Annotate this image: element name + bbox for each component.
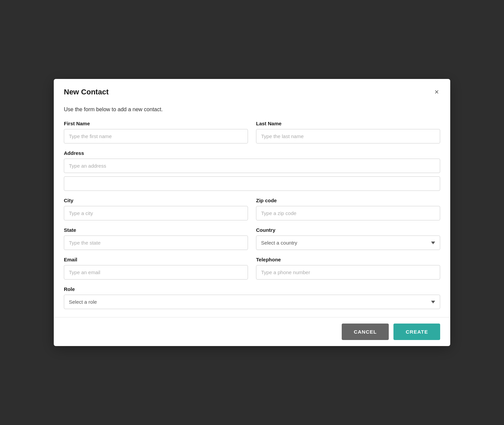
state-label: State (64, 227, 248, 233)
country-label: Country (256, 227, 440, 233)
state-input[interactable] (64, 236, 248, 250)
country-select[interactable]: Select a country (256, 236, 440, 250)
zip-input[interactable] (256, 206, 440, 220)
country-group: Country Select a country (256, 227, 440, 250)
telephone-group: Telephone (256, 257, 440, 280)
city-group: City (64, 198, 248, 220)
city-input[interactable] (64, 206, 248, 220)
email-phone-row: Email Telephone (64, 257, 440, 280)
cancel-button[interactable]: CANCEL (342, 324, 389, 340)
modal-overlay: New Contact × Use the form below to add … (0, 0, 504, 425)
first-name-label: First Name (64, 121, 248, 126)
role-select[interactable]: Select a role (64, 295, 440, 309)
email-group: Email (64, 257, 248, 280)
telephone-label: Telephone (256, 257, 440, 262)
city-label: City (64, 198, 248, 203)
state-country-row: State Country Select a country (64, 227, 440, 250)
last-name-input[interactable] (256, 129, 440, 143)
email-input[interactable] (64, 265, 248, 280)
first-name-group: First Name (64, 121, 248, 143)
address-label: Address (64, 150, 440, 156)
telephone-input[interactable] (256, 265, 440, 280)
role-group: Role Select a role (64, 286, 440, 309)
email-label: Email (64, 257, 248, 262)
zip-label: Zip code (256, 198, 440, 203)
state-group: State (64, 227, 248, 250)
last-name-label: Last Name (256, 121, 440, 126)
create-button[interactable]: CREATE (393, 324, 440, 340)
modal-description: Use the form below to add a new contact. (64, 107, 440, 113)
first-name-input[interactable] (64, 129, 248, 143)
name-row: First Name Last Name (64, 121, 440, 143)
modal-title: New Contact (64, 88, 109, 96)
close-button[interactable]: × (433, 87, 440, 97)
city-zip-row: City Zip code (64, 198, 440, 220)
last-name-group: Last Name (256, 121, 440, 143)
modal-footer: CANCEL CREATE (54, 317, 450, 346)
address-input-2[interactable] (64, 176, 440, 191)
modal-body: Use the form below to add a new contact.… (54, 104, 450, 317)
address-group: Address (64, 150, 440, 191)
address-input-1[interactable] (64, 159, 440, 173)
new-contact-modal: New Contact × Use the form below to add … (54, 79, 450, 346)
modal-header: New Contact × (54, 79, 450, 104)
zip-group: Zip code (256, 198, 440, 220)
role-label: Role (64, 286, 440, 292)
